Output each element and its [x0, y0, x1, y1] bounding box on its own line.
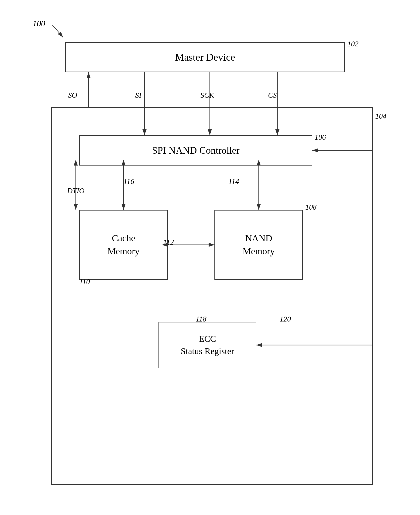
spi-controller-box: SPI NAND Controller	[79, 135, 312, 166]
master-device-box: Master Device	[65, 42, 345, 72]
cache-memory-label: CacheMemory	[107, 232, 140, 258]
ref-100-label: 100	[33, 19, 45, 29]
signal-si-label: SI	[135, 91, 142, 99]
master-device-label: Master Device	[175, 51, 235, 63]
nand-memory-box: NANDMemory	[214, 210, 303, 280]
ref-116-label: 116	[124, 177, 134, 186]
signal-cs-label: CS	[268, 91, 277, 99]
ecc-status-register-label: ECCStatus Register	[181, 333, 234, 357]
ref-106-label: 106	[315, 133, 326, 142]
ref-112-label: 112	[163, 238, 174, 246]
cache-memory-box: CacheMemory	[79, 210, 168, 280]
ref-118-label: 118	[196, 315, 207, 323]
ref-110-label: 110	[79, 277, 90, 286]
ref-108-label: 108	[305, 203, 316, 212]
ref-102-label: 102	[347, 40, 359, 48]
ecc-status-register-box: ECCStatus Register	[158, 322, 256, 368]
ref-120-label: 120	[280, 315, 291, 323]
ref-104-label: 104	[375, 112, 386, 121]
diagram-container: 100 Master Device 102 SO SI SCK CS 104 S…	[33, 19, 387, 497]
signal-so-label: SO	[68, 91, 77, 99]
signal-sck-label: SCK	[201, 91, 214, 99]
nand-memory-label: NANDMemory	[243, 232, 275, 258]
ref-114-label: 114	[228, 177, 239, 186]
signal-dtio-label: DTIO	[67, 187, 85, 195]
spi-controller-label: SPI NAND Controller	[152, 145, 240, 156]
